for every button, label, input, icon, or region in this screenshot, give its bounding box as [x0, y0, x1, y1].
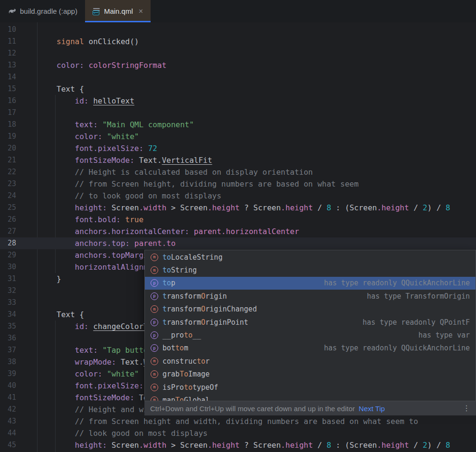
completion-item-transformOriginPoint[interactable]: ptransformOriginPointhas type readonly Q… — [145, 316, 476, 329]
completion-label: constructor — [162, 357, 209, 366]
code-line-13[interactable]: 13 color: colorStringFormat — [0, 59, 476, 71]
completion-label: toLocaleString — [162, 253, 222, 262]
code-text: horizontalAlignm — [20, 261, 148, 273]
tab-main-qml[interactable]: qml Main.qml × — [85, 0, 151, 22]
line-number[interactable]: 17 — [0, 107, 16, 119]
line-number[interactable]: 23 — [0, 178, 16, 190]
line-number[interactable]: 30 — [0, 261, 16, 273]
line-number[interactable]: 40 — [0, 380, 16, 392]
line-number[interactable]: 15 — [0, 83, 16, 95]
code-line-28[interactable]: 28 anchors.top: parent.to — [0, 237, 476, 249]
line-number[interactable]: 36 — [0, 332, 16, 344]
code-text: fontSizeMode: Te — [20, 392, 148, 404]
completion-type-hint: has type readonly QQuickAnchorLine — [324, 344, 470, 352]
code-text: anchors.horizontalCenter: parent.horizon… — [20, 226, 299, 237]
completion-item-transformOriginChanged[interactable]: mtransformOriginChanged — [145, 303, 476, 316]
code-line-26[interactable]: 26 font.bold: true — [0, 214, 476, 226]
completion-item-toLocaleString[interactable]: mtoLocaleString — [145, 251, 476, 264]
line-number[interactable]: 35 — [0, 320, 16, 332]
code-line-45[interactable]: 45 height: Screen.width > Screen.height … — [0, 439, 476, 451]
completion-item-__proto__[interactable]: p__proto__has type var — [145, 329, 476, 341]
method-icon: m — [151, 254, 158, 261]
code-line-14[interactable]: 14 — [0, 71, 476, 83]
line-number[interactable]: 14 — [0, 71, 16, 83]
line-number[interactable]: 26 — [0, 214, 16, 226]
line-number[interactable]: 24 — [0, 190, 16, 202]
code-line-12[interactable]: 12 — [0, 47, 476, 59]
line-number[interactable]: 42 — [0, 404, 16, 415]
code-text: height: Screen.width > Screen.height ? S… — [20, 202, 450, 214]
completion-item-top[interactable]: ptophas type readonly QQuickAnchorLine — [145, 277, 476, 290]
completion-item-toString[interactable]: mtoString — [145, 264, 476, 276]
line-number[interactable]: 12 — [0, 47, 16, 59]
completion-item-isPrototypeOf[interactable]: misPrototypeOf — [145, 381, 476, 394]
code-line-25[interactable]: 25 height: Screen.width > Screen.height … — [0, 202, 476, 214]
line-number[interactable]: 22 — [0, 166, 16, 178]
completion-popup: mtoLocaleStringmtoStringptophas type rea… — [144, 250, 476, 401]
line-number[interactable]: 11 — [0, 36, 16, 47]
line-number[interactable]: 32 — [0, 285, 16, 297]
line-number[interactable]: 44 — [0, 427, 16, 439]
code-line-11[interactable]: 11 signal onClicked() — [0, 36, 476, 47]
code-line-23[interactable]: 23 // from Screen height, dividing numbe… — [0, 178, 476, 190]
completion-type-hint: has type var — [419, 331, 470, 339]
completion-item-transformOrigin[interactable]: ptransformOriginhas type TransformOrigin — [145, 290, 476, 302]
line-number[interactable]: 38 — [0, 356, 16, 368]
line-number[interactable]: 43 — [0, 415, 16, 427]
completion-item-grabToImage[interactable]: mgrabToImage — [145, 368, 476, 381]
next-tip-link[interactable]: Next Tip — [359, 405, 385, 413]
completion-label: top — [162, 279, 175, 287]
code-line-22[interactable]: 22 // Height is calculated based on disp… — [0, 166, 476, 178]
code-line-18[interactable]: 18 text: "Main QML component" — [0, 119, 476, 131]
code-text: height: Screen.width > Screen.height ? S… — [20, 439, 450, 451]
property-icon: p — [151, 344, 158, 352]
line-number[interactable]: 28 — [0, 237, 16, 249]
line-number[interactable]: 27 — [0, 226, 16, 237]
line-number[interactable]: 25 — [0, 202, 16, 214]
line-number[interactable]: 16 — [0, 95, 16, 107]
code-line-27[interactable]: 27 anchors.horizontalCenter: parent.hori… — [0, 226, 476, 237]
gradle-elephant-icon — [8, 8, 16, 15]
code-text: // from Screen height and width, dividin… — [20, 415, 418, 427]
property-icon: p — [151, 331, 158, 339]
line-number[interactable]: 20 — [0, 142, 16, 154]
code-text: anchors.topMargi — [20, 249, 148, 261]
tip-bar: Ctrl+Down and Ctrl+Up will move caret do… — [144, 401, 476, 415]
code-line-20[interactable]: 20 font.pixelSize: 72 — [0, 142, 476, 154]
line-number[interactable]: 19 — [0, 131, 16, 142]
code-line-15[interactable]: 15 Text { — [0, 83, 476, 95]
code-line-16[interactable]: 16 id: helloText — [0, 95, 476, 107]
line-number[interactable]: 21 — [0, 154, 16, 166]
close-tab-icon[interactable]: × — [139, 8, 143, 15]
code-text: font.bold: true — [20, 214, 143, 226]
line-number[interactable]: 37 — [0, 344, 16, 356]
code-line-44[interactable]: 44 // look good on most displays — [0, 427, 476, 439]
code-line-19[interactable]: 19 color: "white" — [0, 131, 476, 142]
code-line-21[interactable]: 21 fontSizeMode: Text.VerticalFit — [0, 154, 476, 166]
completion-item-bottom[interactable]: pbottomhas type readonly QQuickAnchorLin… — [145, 342, 476, 355]
line-number[interactable]: 29 — [0, 249, 16, 261]
line-number[interactable]: 10 — [0, 24, 16, 36]
code-text: text: "Tap butto — [20, 344, 148, 356]
line-number[interactable]: 45 — [0, 439, 16, 451]
completion-label: bottom — [162, 344, 188, 352]
completion-item-constructor[interactable]: mconstructor — [145, 355, 476, 367]
code-line-17[interactable]: 17 — [0, 107, 476, 119]
method-icon: m — [151, 305, 158, 313]
completion-label: transformOriginPoint — [162, 318, 248, 327]
line-number[interactable]: 13 — [0, 59, 16, 71]
code-line-10[interactable]: 10 — [0, 24, 476, 36]
line-number[interactable]: 34 — [0, 309, 16, 320]
line-number[interactable]: 39 — [0, 368, 16, 380]
line-number[interactable]: 33 — [0, 297, 16, 309]
completion-item-mapToGlobal[interactable]: mmapToGlobal — [145, 394, 476, 401]
code-line-43[interactable]: 43 // from Screen height and width, divi… — [0, 415, 476, 427]
line-number[interactable]: 41 — [0, 392, 16, 404]
more-options-icon[interactable]: ⋮ — [463, 405, 470, 412]
line-number[interactable]: 31 — [0, 273, 16, 285]
line-number[interactable]: 18 — [0, 119, 16, 131]
code-line-24[interactable]: 24 // to look good on most displays — [0, 190, 476, 202]
tab-build-gradle[interactable]: build.gradle (:app) — [0, 0, 85, 22]
completion-label: grabToImage — [162, 370, 209, 378]
tab-label: Main.qml — [104, 7, 133, 15]
